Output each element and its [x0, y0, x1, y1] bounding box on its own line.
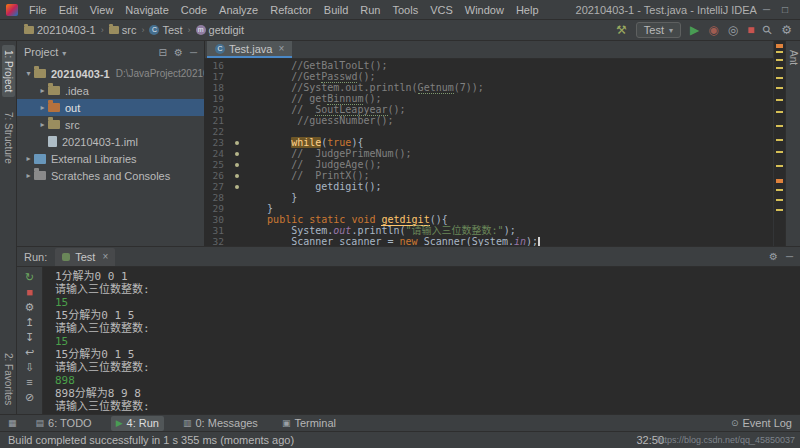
- line-number[interactable]: 20: [205, 104, 231, 115]
- code-area[interactable]: 16 //GetBalTooLt();17 //GetPasswd();18 /…: [205, 59, 773, 246]
- tree-arrow-icon[interactable]: ▸: [23, 154, 34, 163]
- soft-wrap-icon[interactable]: ↩: [21, 346, 39, 359]
- menu-view[interactable]: View: [85, 3, 119, 17]
- stop-icon[interactable]: ■: [21, 286, 39, 299]
- print-icon[interactable]: ≡: [21, 376, 39, 389]
- line-number[interactable]: 28: [205, 192, 231, 203]
- console-output[interactable]: 1分解为0 0 1请输入三位数整数:1515分解为0 1 5请输入三位数整数:1…: [43, 267, 800, 414]
- menu-tools[interactable]: Tools: [387, 3, 423, 17]
- settings-icon[interactable]: ⚙: [781, 23, 792, 37]
- breadcrumb-src[interactable]: src: [109, 24, 137, 36]
- line-number[interactable]: 22: [205, 126, 231, 137]
- run-tab-test[interactable]: Test: [55, 248, 115, 266]
- menu-analyze[interactable]: Analyze: [214, 3, 263, 17]
- tree-arrow-icon[interactable]: ▸: [37, 120, 48, 129]
- tree-item-20210403-1[interactable]: ▾20210403-1D:\JavaProject20210403-1: [17, 65, 204, 82]
- line-number[interactable]: 19: [205, 93, 231, 104]
- menu-refactor[interactable]: Refactor: [265, 3, 317, 17]
- tool-tab-6-todo[interactable]: ▤6: TODO: [31, 416, 97, 431]
- settings-icon[interactable]: ⚙: [769, 251, 778, 262]
- down-stack-icon[interactable]: ↧: [21, 331, 39, 344]
- stripe-mark: [776, 209, 783, 211]
- line-number[interactable]: 29: [205, 203, 231, 214]
- line-number[interactable]: 23: [205, 137, 231, 148]
- settings-icon[interactable]: ⚙: [21, 301, 39, 314]
- project-panel-header: Project ⊟⚙─: [17, 41, 204, 63]
- menu-code[interactable]: Code: [176, 3, 212, 17]
- navigation-bar: 20210403-1›src›Test›getdigit ⚒Test▾▶◉◎■⚲…: [0, 20, 800, 41]
- tree-item-idea[interactable]: ▸.idea: [17, 82, 204, 99]
- run-config-select[interactable]: Test▾: [636, 22, 681, 38]
- tool-tab-0-messages[interactable]: ▥0: Messages: [178, 416, 263, 431]
- chevron-down-icon[interactable]: [58, 46, 66, 58]
- menu-vcs[interactable]: VCS: [425, 3, 458, 17]
- tool-strip-1-project[interactable]: 1: Project: [2, 45, 15, 97]
- close-run-tab-icon[interactable]: [102, 251, 108, 262]
- coverage-icon[interactable]: ◎: [728, 23, 738, 37]
- tree-item-out[interactable]: ▸out: [17, 99, 204, 116]
- tab-test-java[interactable]: Test.java: [207, 41, 292, 58]
- tool-switcher-icon[interactable]: ▦: [8, 418, 17, 428]
- menu-help[interactable]: Help: [511, 3, 544, 17]
- project-panel-title[interactable]: Project: [24, 46, 58, 58]
- tool-strip-2-favorites[interactable]: 2: Favorites: [2, 348, 15, 410]
- close-tab-icon[interactable]: [278, 43, 284, 54]
- tree-item-20210403-1-iml[interactable]: 20210403-1.iml: [17, 133, 204, 150]
- line-number[interactable]: 18: [205, 82, 231, 93]
- tool-strip-ant[interactable]: Ant: [787, 45, 800, 70]
- tree-arrow-icon[interactable]: ▸: [23, 171, 34, 180]
- line-number[interactable]: 16: [205, 60, 231, 71]
- hide-icon[interactable]: ─: [786, 251, 793, 262]
- up-stack-icon[interactable]: ↥: [21, 316, 39, 329]
- breadcrumb-test[interactable]: Test: [149, 24, 182, 36]
- settings-icon[interactable]: ⚙: [174, 47, 183, 58]
- tree-item-external-libraries[interactable]: ▸External Libraries: [17, 150, 204, 167]
- build-hammer-icon[interactable]: ⚒: [616, 23, 627, 37]
- breadcrumb-separator: ›: [188, 25, 191, 35]
- debug-icon[interactable]: ◉: [708, 23, 718, 37]
- menu-window[interactable]: Window: [460, 3, 509, 17]
- line-number[interactable]: 17: [205, 71, 231, 82]
- breadcrumb-separator: ›: [141, 25, 144, 35]
- stop-icon[interactable]: ■: [747, 23, 754, 37]
- tool-tab-terminal[interactable]: ▣Terminal: [277, 416, 341, 431]
- run-icon[interactable]: ▶: [690, 23, 699, 37]
- maximize-button[interactable]: □: [782, 4, 788, 15]
- line-number[interactable]: 30: [205, 214, 231, 225]
- breadcrumb-20210403-1[interactable]: 20210403-1: [24, 24, 96, 36]
- clear-all-icon[interactable]: ⊘: [21, 391, 39, 404]
- menu-navigate[interactable]: Navigate: [120, 3, 173, 17]
- chevron-down-icon: ▾: [669, 26, 673, 35]
- hide-icon[interactable]: ─: [190, 47, 197, 58]
- tree-item-scratches-and-consoles[interactable]: ▸Scratches and Consoles: [17, 167, 204, 184]
- line-number[interactable]: 32: [205, 236, 231, 246]
- tool-tab-4-run[interactable]: ▶4: Run: [111, 416, 164, 431]
- breadcrumb-getdigit[interactable]: getdigit: [196, 24, 244, 36]
- tool-window-bar: ▦ ▤6: TODO▶4: Run▥0: Messages▣Terminal ⊙…: [0, 414, 800, 431]
- collapse-all-icon[interactable]: ⊟: [159, 47, 167, 58]
- tree-arrow-icon[interactable]: ▸: [37, 103, 48, 112]
- rerun-icon[interactable]: ↻: [21, 271, 39, 284]
- line-number[interactable]: 31: [205, 225, 231, 236]
- tree-item-label: 20210403-1.iml: [62, 136, 138, 148]
- event-log-button[interactable]: ⊙ Event Log: [731, 417, 792, 429]
- editor-scrollbar[interactable]: [773, 41, 785, 246]
- scratches-icon: [34, 171, 46, 180]
- line-number[interactable]: 21: [205, 115, 231, 126]
- search-everywhere-icon[interactable]: ⚲: [760, 22, 776, 38]
- tree-item-src[interactable]: ▸src: [17, 116, 204, 133]
- tree-arrow-icon[interactable]: ▸: [37, 86, 48, 95]
- tree-item-path: D:\JavaProject20210403-1: [116, 68, 204, 79]
- tree-arrow-icon[interactable]: ▾: [23, 69, 34, 78]
- menu-build[interactable]: Build: [319, 3, 353, 17]
- menu-edit[interactable]: Edit: [54, 3, 83, 17]
- line-number[interactable]: 26: [205, 170, 231, 181]
- scroll-to-end-icon[interactable]: ⇩: [21, 361, 39, 374]
- line-number[interactable]: 24: [205, 148, 231, 159]
- line-number[interactable]: 25: [205, 159, 231, 170]
- menu-file[interactable]: File: [24, 3, 52, 17]
- line-number[interactable]: 27: [205, 181, 231, 192]
- minimize-button[interactable]: ─: [763, 4, 770, 15]
- menu-run[interactable]: Run: [355, 3, 385, 17]
- tool-strip-7-structure[interactable]: 7: Structure: [2, 107, 15, 169]
